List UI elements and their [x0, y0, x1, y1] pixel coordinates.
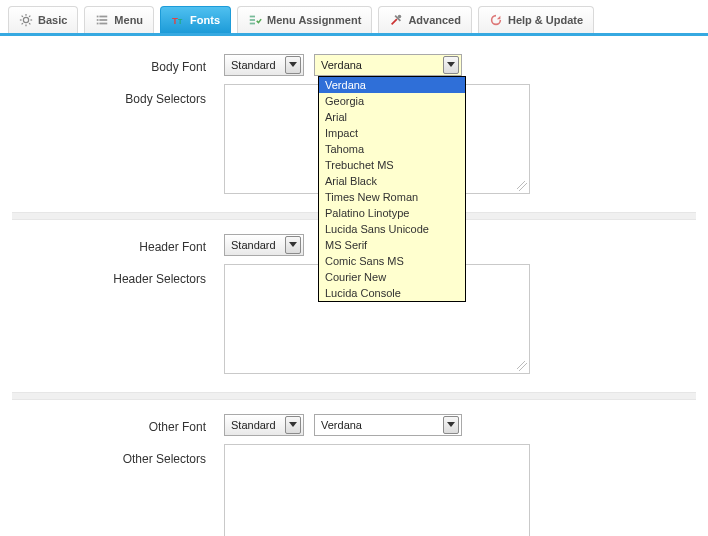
svg-point-20: [398, 15, 402, 19]
select-value: Standard: [231, 419, 276, 431]
header-font-type-select[interactable]: Standard: [224, 234, 304, 256]
svg-line-7: [22, 23, 23, 24]
select-value: Standard: [231, 239, 276, 251]
dropdown-option[interactable]: Impact: [319, 125, 465, 141]
dropdown-option[interactable]: Lucida Sans Unicode: [319, 221, 465, 237]
select-value: Verdana: [321, 59, 362, 71]
other-selectors-textarea[interactable]: [224, 444, 530, 536]
other-font-label: Other Font: [16, 416, 206, 440]
select-value: Verdana: [321, 419, 362, 431]
body-selectors-label: Body Selectors: [16, 88, 206, 112]
chevron-down-icon: [443, 56, 459, 74]
other-font-type-select[interactable]: Standard: [224, 414, 304, 436]
svg-rect-19: [250, 23, 255, 25]
dropdown-option[interactable]: Arial: [319, 109, 465, 125]
svg-rect-10: [100, 16, 108, 18]
fonts-icon: TT: [171, 13, 185, 27]
body-font-label: Body Font: [16, 56, 206, 80]
tab-fonts[interactable]: TT Fonts: [160, 6, 231, 33]
body-font-family-select[interactable]: Verdana: [314, 54, 462, 76]
header-selectors-label: Header Selectors: [16, 268, 206, 292]
section-other: Other Font Other Selectors Standard Verd…: [12, 400, 696, 536]
chevron-down-icon: [285, 236, 301, 254]
body-font-type-select[interactable]: Standard: [224, 54, 304, 76]
tab-help-update[interactable]: Help & Update: [478, 6, 594, 33]
svg-line-6: [29, 23, 30, 24]
fonts-panel: Body Font Body Selectors Standard Verdan…: [0, 36, 708, 536]
svg-rect-18: [250, 19, 255, 21]
dropdown-option[interactable]: Tahoma: [319, 141, 465, 157]
section-header-labels: Header Font Header Selectors: [16, 234, 206, 374]
chevron-down-icon: [443, 416, 459, 434]
svg-rect-12: [100, 19, 108, 21]
dropdown-option[interactable]: Trebuchet MS: [319, 157, 465, 173]
section-body: Body Font Body Selectors Standard Verdan…: [12, 40, 696, 212]
dropdown-option[interactable]: Verdana: [319, 77, 465, 93]
section-other-controls: Standard Verdana: [224, 414, 692, 536]
font-family-dropdown[interactable]: Verdana Georgia Arial Impact Tahoma Treb…: [318, 76, 466, 302]
svg-rect-11: [97, 19, 99, 21]
dropdown-option[interactable]: Lucida Console: [319, 285, 465, 301]
header-font-label: Header Font: [16, 236, 206, 260]
tools-icon: [389, 13, 403, 27]
assignment-icon: [248, 13, 262, 27]
svg-rect-14: [100, 23, 108, 25]
refresh-icon: [489, 13, 503, 27]
other-font-family-select[interactable]: Verdana: [314, 414, 462, 436]
tab-label: Help & Update: [508, 14, 583, 26]
tab-label: Basic: [38, 14, 67, 26]
svg-point-0: [23, 17, 28, 22]
section-other-labels: Other Font Other Selectors: [16, 414, 206, 536]
svg-rect-13: [97, 23, 99, 25]
svg-text:T: T: [172, 15, 178, 26]
chevron-down-icon: [285, 416, 301, 434]
select-value: Standard: [231, 59, 276, 71]
tab-label: Fonts: [190, 14, 220, 26]
tab-menu[interactable]: Menu: [84, 6, 154, 33]
dropdown-option[interactable]: Georgia: [319, 93, 465, 109]
list-icon: [95, 13, 109, 27]
svg-line-5: [22, 16, 23, 17]
svg-line-8: [29, 16, 30, 17]
tab-label: Menu: [114, 14, 143, 26]
tab-menu-assignment[interactable]: Menu Assignment: [237, 6, 372, 33]
dropdown-option[interactable]: MS Serif: [319, 237, 465, 253]
svg-text:T: T: [178, 18, 183, 25]
tab-label: Advanced: [408, 14, 461, 26]
tab-basic[interactable]: Basic: [8, 6, 78, 33]
other-selectors-label: Other Selectors: [16, 448, 206, 472]
dropdown-option[interactable]: Palatino Linotype: [319, 205, 465, 221]
chevron-down-icon: [285, 56, 301, 74]
gear-icon: [19, 13, 33, 27]
svg-rect-17: [250, 16, 255, 18]
section-body-controls: Standard Verdana Verdana Georgia Arial I…: [224, 54, 692, 194]
dropdown-option[interactable]: Times New Roman: [319, 189, 465, 205]
dropdown-option[interactable]: Arial Black: [319, 173, 465, 189]
tab-advanced[interactable]: Advanced: [378, 6, 472, 33]
dropdown-option[interactable]: Comic Sans MS: [319, 253, 465, 269]
section-body-labels: Body Font Body Selectors: [16, 54, 206, 194]
top-tabs: Basic Menu TT Fonts Menu Assignment Adva…: [0, 0, 708, 36]
section-divider: [12, 392, 696, 400]
dropdown-option[interactable]: Courier New: [319, 269, 465, 285]
svg-rect-9: [97, 16, 99, 18]
tab-label: Menu Assignment: [267, 14, 361, 26]
